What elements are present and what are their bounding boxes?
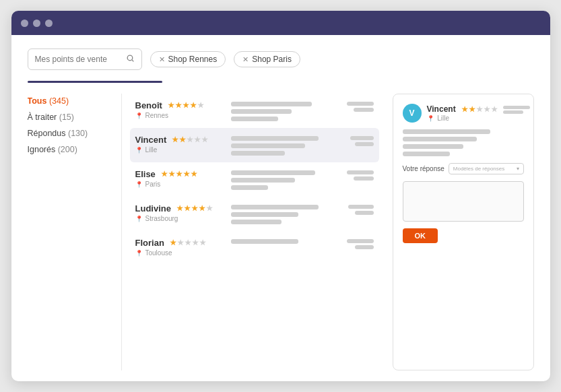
- filled-star: ★: [469, 105, 475, 114]
- filter-tag-rennes[interactable]: ✕ Shop Rennes: [150, 51, 226, 67]
- stars-ludivine: ★★★★★: [176, 204, 213, 213]
- review-left-benoit: Benoît ★★★★★ 📍 Rennes: [135, 100, 223, 119]
- review-name-florian: Florian ★★★★★: [135, 238, 223, 248]
- filled-star: ★: [191, 204, 198, 213]
- empty-star: ★: [187, 135, 193, 144]
- filled-star: ★: [191, 170, 197, 178]
- text-line: [231, 136, 319, 141]
- detail-text-line: [403, 152, 450, 156]
- search-box[interactable]: [28, 48, 142, 70]
- detail-name-area: Vincent ★★★★★ 📍 Lille: [427, 104, 530, 122]
- detail-location: 📍 Lille: [427, 115, 530, 122]
- meta-line: [347, 170, 374, 174]
- text-line: [231, 212, 298, 217]
- meta-line: [355, 245, 374, 249]
- filled-star: ★: [168, 170, 175, 178]
- filled-star: ★: [184, 204, 191, 213]
- filled-star: ★: [179, 135, 186, 144]
- response-dropdown[interactable]: Modèles de réponses ▾: [449, 163, 524, 174]
- detail-text-line: [403, 129, 490, 134]
- review-name-vincent: Vincent ★★★★★: [135, 135, 223, 145]
- detail-text-line: [403, 144, 463, 149]
- review-left-florian: Florian ★★★★★ 📍 Toulouse: [135, 238, 223, 257]
- avatar: V: [403, 104, 422, 123]
- review-row-elise[interactable]: Elise ★★★★★ 📍 Paris: [130, 162, 379, 197]
- meta-line: [355, 142, 374, 146]
- review-content-vincent: [231, 135, 342, 156]
- sidebar-item-ignores[interactable]: Ignorés (200): [28, 145, 110, 154]
- filled-star: ★: [183, 101, 189, 110]
- stars-vincent: ★★★★★: [172, 135, 208, 144]
- response-label: Votre réponse: [403, 165, 444, 172]
- filled-star: ★: [199, 204, 205, 213]
- filled-star: ★: [176, 170, 183, 178]
- text-line: [231, 185, 268, 190]
- empty-star: ★: [476, 105, 483, 114]
- review-location-ludivine: 📍 Strasbourg: [135, 215, 223, 222]
- text-line: [231, 205, 319, 209]
- tab-underline: [28, 81, 162, 83]
- review-left-ludivine: Ludivine ★★★★★ 📍 Strasbourg: [135, 203, 223, 222]
- detail-name: Vincent ★★★★★: [427, 104, 530, 114]
- sidebar-item-a-traiter[interactable]: À traiter (15): [28, 112, 110, 122]
- review-name-elise: Elise ★★★★★: [135, 169, 223, 179]
- filled-star: ★: [176, 204, 183, 213]
- review-row-benoit[interactable]: Benoît ★★★★★ 📍 Rennes: [130, 94, 379, 128]
- empty-star: ★: [201, 135, 208, 144]
- reviews-list: Benoît ★★★★★ 📍 Rennes Vincent ★★★★★: [122, 94, 387, 370]
- text-line: [231, 151, 285, 156]
- text-line: [231, 220, 282, 224]
- stars-florian: ★★★★★: [170, 238, 206, 247]
- close-rennes-icon[interactable]: ✕: [159, 55, 165, 64]
- browser-titlebar: [11, 11, 550, 35]
- filled-star: ★: [168, 101, 174, 110]
- browser-content: ✕ Shop Rennes ✕ Shop Paris Tous (345) À …: [11, 35, 550, 381]
- detail-meta: [503, 104, 530, 114]
- sidebar-item-repondus[interactable]: Répondus (130): [28, 129, 110, 138]
- review-location-elise: 📍 Paris: [135, 181, 223, 188]
- ok-button[interactable]: OK: [403, 228, 438, 243]
- response-textarea[interactable]: [403, 181, 524, 222]
- text-line: [231, 178, 295, 183]
- search-input[interactable]: [35, 55, 121, 64]
- meta-line: [354, 176, 374, 181]
- filled-star: ★: [461, 105, 468, 114]
- stars-elise: ★★★★★: [161, 170, 197, 178]
- meta-line: [347, 102, 374, 106]
- text-line: [231, 143, 305, 148]
- browser-window: ✕ Shop Rennes ✕ Shop Paris Tous (345) À …: [11, 11, 550, 381]
- review-row-florian[interactable]: Florian ★★★★★ 📍 Toulouse: [130, 231, 379, 263]
- meta-line: [350, 136, 374, 140]
- sidebar: Tous (345) À traiter (15) Répondus (130)…: [28, 94, 122, 370]
- review-row-ludivine[interactable]: Ludivine ★★★★★ 📍 Strasbourg: [130, 197, 379, 231]
- sidebar-item-tous[interactable]: Tous (345): [28, 96, 110, 106]
- filled-star: ★: [161, 170, 168, 178]
- browser-dot-3: [45, 20, 53, 27]
- review-meta-florian: [347, 238, 374, 249]
- detail-response-section: Votre réponse Modèles de réponses ▾: [403, 163, 524, 174]
- text-line: [231, 117, 278, 121]
- review-content-elise: [231, 169, 339, 190]
- review-content-florian: [231, 238, 339, 244]
- review-row-vincent[interactable]: Vincent ★★★★★ 📍 Lille: [130, 128, 379, 162]
- filled-star: ★: [170, 238, 176, 247]
- review-left-vincent: Vincent ★★★★★ 📍 Lille: [135, 135, 223, 154]
- close-paris-icon[interactable]: ✕: [242, 55, 249, 64]
- review-meta-elise: [347, 169, 374, 181]
- review-meta-benoit: [347, 100, 374, 112]
- detail-stars: ★★★★★: [461, 105, 498, 114]
- detail-text-lines: [403, 129, 524, 156]
- detail-meta-line: [503, 106, 530, 109]
- detail-response-row: Votre réponse Modèles de réponses ▾: [403, 163, 524, 174]
- empty-star: ★: [206, 204, 213, 213]
- empty-star: ★: [185, 238, 191, 247]
- meta-line: [348, 205, 374, 209]
- filter-tag-paris[interactable]: ✕ Shop Paris: [234, 51, 300, 67]
- empty-star: ★: [194, 135, 201, 144]
- chevron-down-icon: ▾: [517, 166, 519, 172]
- detail-text-line: [403, 137, 477, 141]
- filled-star: ★: [183, 170, 190, 178]
- filled-star: ★: [175, 101, 182, 110]
- detail-header: V Vincent ★★★★★ 📍 Lille: [403, 104, 524, 123]
- meta-line: [347, 239, 374, 243]
